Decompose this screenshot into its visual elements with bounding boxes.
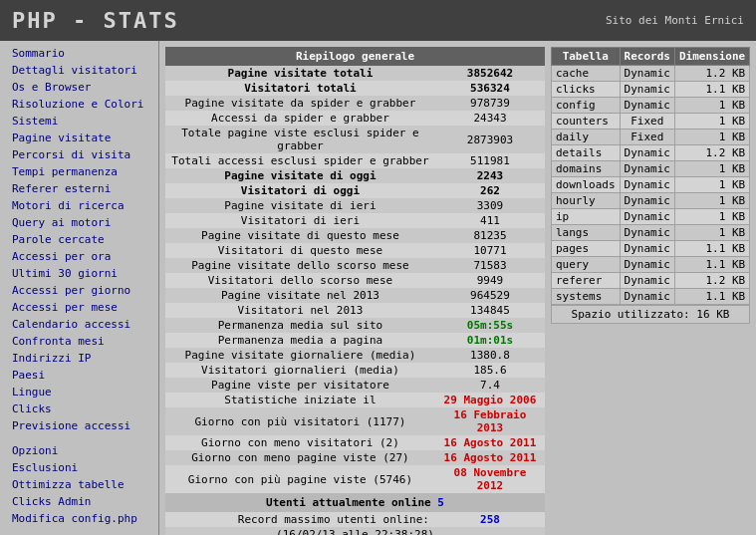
sidebar-item-confronta-mesi[interactable]: Confronta mesi [0, 333, 158, 350]
summary-row-label-17: Permanenza media a pagina [165, 333, 435, 348]
db-row-name-14: systems [552, 289, 621, 305]
sidebar-item-dettagli-visitatori[interactable]: Dettagli visitatori [0, 62, 158, 79]
db-row-type-2: Dynamic [620, 98, 674, 114]
summary-row-value-11: 10771 [435, 243, 545, 258]
db-row-type-1: Dynamic [620, 82, 674, 98]
db-row-name-9: ip [552, 209, 621, 225]
sidebar-item-esclusioni[interactable]: Esclusioni [0, 459, 158, 476]
db-section: TabellaRecordsDimensione cacheDynamic1.2… [551, 47, 750, 535]
summary-row-value-5: 511981 [435, 153, 545, 168]
sidebar-item-clicks-admin[interactable]: Clicks Admin [0, 493, 158, 510]
summary-row-value-2: 978739 [435, 96, 545, 111]
db-table: TabellaRecordsDimensione cacheDynamic1.2… [551, 47, 750, 305]
db-row-name-2: config [552, 98, 621, 114]
db-row-type-12: Dynamic [620, 257, 674, 273]
summary-row-value-3: 24343 [435, 111, 545, 126]
app-title: PHP - STATS [12, 8, 179, 33]
db-row-size-9: 1 KB [674, 209, 749, 225]
db-row-name-6: domains [552, 161, 621, 177]
sidebar-item-indirizzi-ip[interactable]: Indirizzi IP [0, 350, 158, 367]
summary-row-value-13: 9949 [435, 273, 545, 288]
db-row-size-8: 1 KB [674, 193, 749, 209]
sidebar-item-risoluzione-colori[interactable]: Risoluzione e Colori [0, 96, 158, 113]
record-label: Record massimo utenti online: [165, 512, 435, 527]
db-row-type-0: Dynamic [620, 66, 674, 82]
sidebar-item-clicks[interactable]: Clicks [0, 401, 158, 417]
summary-row-label-20: Pagine viste per visitatore [165, 378, 435, 393]
sidebar-bottom-items: OpzioniEsclusioniOttimizza tabelleClicks… [0, 442, 158, 527]
sidebar-item-accessi-mese[interactable]: Accessi per mese [0, 299, 158, 316]
sidebar-item-query-motori[interactable]: Query ai motori [0, 214, 158, 231]
sidebar-item-opzioni[interactable]: Opzioni [0, 442, 158, 459]
summary-row-label-8: Pagine visitate di ieri [165, 198, 435, 213]
db-col-dimensione: Dimensione [674, 48, 749, 66]
sidebar-item-modifica-config[interactable]: Modifica config.php [0, 510, 158, 527]
db-row-name-10: langs [552, 225, 621, 241]
summary-row-value-4: 2873903 [435, 126, 545, 153]
sidebar-item-pagine-visitate[interactable]: Pagine visitate [0, 130, 158, 146]
sidebar-item-previsione-accessi[interactable]: Previsione accessi [0, 417, 158, 434]
db-row-size-1: 1.1 KB [674, 82, 749, 98]
sidebar-item-motori-ricerca[interactable]: Motori di ricerca [0, 197, 158, 214]
db-row-type-3: Fixed [620, 114, 674, 130]
db-row-size-10: 1 KB [674, 225, 749, 241]
db-row-name-1: clicks [552, 82, 621, 98]
sidebar-item-paesi[interactable]: Paesi [0, 367, 158, 384]
sidebar-item-accessi-giorno[interactable]: Accessi per giorno [0, 282, 158, 299]
online-count: 5 [437, 496, 444, 509]
summary-row-value-17: 01m:01s [435, 333, 545, 348]
summary-row-value-18: 1380.8 [435, 348, 545, 363]
sidebar-item-percorsi-visita[interactable]: Percorsi di visita [0, 146, 158, 163]
summary-row-label-21: Statistiche iniziate il [165, 393, 435, 407]
summary-row-label-23: Giorno con meno visitatori (2) [165, 435, 435, 450]
sidebar-item-referer-esterni[interactable]: Referer esterni [0, 180, 158, 197]
summary-row-label-12: Pagine visitate dello scorso mese [165, 258, 435, 273]
db-row-type-8: Dynamic [620, 193, 674, 209]
sidebar-item-os-browser[interactable]: Os e Browser [0, 79, 158, 96]
db-row-name-4: daily [552, 130, 621, 145]
db-row-size-12: 1.1 KB [674, 257, 749, 273]
sidebar-item-sommario[interactable]: Sommario [0, 45, 158, 62]
summary-row-label-3: Accessi da spider e grabber [165, 111, 435, 126]
summary-row-label-14: Pagine visitate nel 2013 [165, 288, 435, 303]
summary-row-value-21: 29 Maggio 2006 [435, 393, 545, 407]
db-tbody: cacheDynamic1.2 KBclicksDynamic1.1 KBcon… [552, 66, 750, 305]
sidebar-item-lingue[interactable]: Lingue [0, 384, 158, 401]
db-row-size-4: 1 KB [674, 130, 749, 145]
db-row-size-0: 1.2 KB [674, 66, 749, 82]
summary-row-label-16: Permanenza media sul sito [165, 318, 435, 333]
sidebar-item-calendario-accessi[interactable]: Calendario accessi [0, 316, 158, 333]
summary-row-label-24: Giorno con meno pagine viste (27) [165, 450, 435, 465]
summary-row-value-14: 964529 [435, 288, 545, 303]
summary-row-label-2: Pagine visitate da spider e grabber [165, 96, 435, 111]
sidebar-item-tempi-permanenza[interactable]: Tempi permanenza [0, 163, 158, 180]
summary-row-value-16: 05m:55s [435, 318, 545, 333]
summary-row-label-22: Giorno con più visitatori (1177) [165, 407, 435, 435]
sidebar-item-parole-cercate[interactable]: Parole cercate [0, 231, 158, 248]
summary-section: Riepilogo generale Pagine visitate total… [165, 47, 545, 535]
sidebar-item-accessi-ora[interactable]: Accessi per ora [0, 248, 158, 265]
db-row-type-13: Dynamic [620, 273, 674, 289]
summary-row-value-7: 262 [435, 183, 545, 198]
main-layout: SommarioDettagli visitatoriOs e BrowserR… [0, 41, 756, 535]
summary-row-label-6: Pagine visitate di oggi [165, 168, 435, 183]
summary-row-value-24: 16 Agosto 2011 [435, 450, 545, 465]
db-row-type-5: Dynamic [620, 145, 674, 161]
db-row-size-2: 1 KB [674, 98, 749, 114]
summary-row-label-5: Totali accessi esclusi spider e grabber [165, 153, 435, 168]
summary-row-value-15: 134845 [435, 303, 545, 318]
db-row-type-6: Dynamic [620, 161, 674, 177]
db-row-name-5: details [552, 145, 621, 161]
summary-row-label-0: Pagine visitate totali [165, 66, 435, 81]
summary-table: Riepilogo generale Pagine visitate total… [165, 47, 545, 535]
sidebar-item-sistemi[interactable]: Sistemi [0, 113, 158, 130]
db-row-name-12: query [552, 257, 621, 273]
summary-row-value-12: 71583 [435, 258, 545, 273]
sidebar-item-ultimi-30-giorni[interactable]: Ultimi 30 giorni [0, 265, 158, 282]
db-row-type-7: Dynamic [620, 177, 674, 193]
online-label: Utenti attualmente online 5 [266, 496, 444, 509]
db-row-name-0: cache [552, 66, 621, 82]
sidebar-item-ottimizza-tabelle[interactable]: Ottimizza tabelle [0, 476, 158, 493]
db-row-name-8: hourly [552, 193, 621, 209]
summary-row-label-1: Visitatori totali [165, 81, 435, 96]
